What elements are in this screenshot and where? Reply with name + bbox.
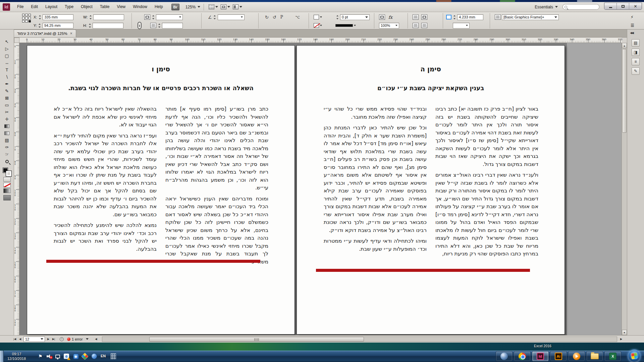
stroke-swatch-icon[interactable] [6, 171, 11, 176]
language-indicator[interactable]: EN [101, 354, 106, 358]
corner-shape-dropdown[interactable] [453, 23, 470, 28]
y-field[interactable]: 94.25 mm [43, 23, 73, 28]
scale-y-stepper[interactable] [157, 23, 161, 28]
ruler-origin-corner[interactable] [14, 38, 19, 43]
rotation-stepper[interactable] [213, 14, 217, 20]
stroke-type-dropdown[interactable] [335, 24, 353, 27]
fill-swatch-arrow[interactable] [320, 25, 322, 26]
taskbar-explorer-button[interactable] [586, 351, 603, 361]
bridge-button[interactable]: Br [171, 4, 179, 10]
y-stepper[interactable] [38, 23, 42, 28]
screen-mode-button[interactable] [219, 4, 231, 10]
rotation-field[interactable] [218, 14, 245, 20]
w-field[interactable] [93, 14, 124, 20]
apply-gradient-button[interactable] [3, 188, 11, 193]
text-wrap-bounding-icon[interactable] [421, 14, 427, 20]
quick-apply-icon[interactable]: ⚡ [631, 15, 633, 19]
action-center-flag-icon[interactable]: ⚑ [37, 353, 44, 360]
sync-warning-icon[interactable]: e [63, 353, 70, 360]
menu-item-window[interactable]: Window [129, 2, 151, 12]
gap-tool-icon[interactable]: ↔ [3, 59, 11, 66]
menu-item-object[interactable]: Object [77, 2, 96, 12]
formatting-affects-container-button[interactable] [3, 177, 11, 182]
direct-selection-tool-icon[interactable]: ▷ [3, 45, 11, 52]
x-field[interactable]: 335 mm [43, 14, 73, 20]
antivirus-icon[interactable] [82, 353, 88, 360]
taskbar-indesign-button[interactable]: Id [532, 351, 549, 361]
corner-radius-field[interactable]: 4.233 mm [457, 14, 483, 20]
fill-stroke-widget[interactable] [3, 168, 11, 176]
page-left[interactable]: סימן ו השאלה או השכרת רכבים פרטיים או של… [27, 45, 295, 335]
document-tab[interactable]: אדברה 3 עימוד*.indd @ 125% × [13, 29, 76, 37]
globe-icon[interactable] [91, 353, 98, 360]
opacity-field[interactable]: 100% [379, 23, 399, 28]
fill-swatch-none[interactable] [314, 23, 319, 28]
layers-panel-icon[interactable]: ◨ [632, 49, 640, 56]
menu-item-view[interactable]: View [113, 2, 129, 12]
taskbar-excel-button[interactable]: X [604, 351, 621, 361]
hand-tool-icon[interactable]: ☞ [3, 151, 11, 158]
horizontal-ruler[interactable]: 0102030405060708090100110120130140150160… [19, 38, 622, 43]
horizontal-scroll-thumb[interactable] [149, 337, 364, 342]
text-wrap-none-icon[interactable] [413, 14, 419, 20]
show-desktop-button[interactable] [0, 351, 4, 362]
maximize-button[interactable] [617, 3, 629, 9]
taskbar-chrome-button[interactable] [514, 351, 531, 361]
pencil-tool-icon[interactable]: ✎ [3, 87, 11, 95]
stroke-weight-field[interactable]: 0 pt [340, 14, 370, 20]
tray-overflow-icon[interactable] [111, 353, 116, 359]
workspace-switcher[interactable]: Essentials [535, 5, 558, 9]
dock-collapse-icon[interactable]: ◀◀ [627, 29, 644, 37]
menu-item-table[interactable]: Table [96, 2, 113, 12]
desktop-shortcut-label[interactable]: Excel 2016 [534, 344, 551, 348]
note-tool-icon[interactable]: ▤ [3, 137, 11, 144]
text-wrap-jump-icon[interactable] [421, 23, 427, 28]
screen-mode-toggle[interactable] [3, 195, 11, 200]
vertical-scrollbar[interactable]: ▲ ▼ [622, 43, 627, 335]
horizontal-scrollbar[interactable] [102, 337, 617, 342]
minimize-button[interactable] [604, 3, 617, 9]
object-style-dropdown[interactable]: [Basic Graphics Frame]+ [502, 14, 559, 20]
corner-options-icon[interactable] [446, 15, 451, 19]
constrain-proportions-icon[interactable] [138, 22, 142, 29]
corner-radius-stepper[interactable] [452, 14, 456, 20]
taskbar-clock[interactable]: 09:17 12/10/2018 [7, 352, 26, 361]
panel-menu-icon[interactable]: ☰ [631, 23, 634, 28]
stroke-panel-icon[interactable]: ≡ [632, 58, 640, 65]
scissors-tool-icon[interactable]: ✂ [3, 109, 11, 116]
close-button[interactable]: ✕ [629, 3, 642, 9]
preflight-menu-arrow[interactable] [86, 338, 89, 340]
pages-panel-icon[interactable]: ▤ [632, 39, 640, 47]
zoom-tool-icon[interactable] [3, 158, 11, 165]
scale-x-stepper[interactable] [151, 14, 155, 20]
last-page-button[interactable]: ▶| [51, 337, 56, 342]
w-stepper[interactable] [89, 14, 92, 20]
scroll-left-button[interactable]: ◀ [93, 337, 99, 342]
next-page-button[interactable]: ▶ [46, 337, 51, 342]
h-stepper[interactable] [88, 23, 92, 28]
free-transform-tool-icon[interactable]: ✛ [3, 116, 11, 123]
scroll-down-button[interactable]: ▼ [622, 330, 627, 335]
settings-blue-icon[interactable]: ◉ [72, 353, 79, 360]
swatches-panel-icon[interactable]: ✎ [632, 67, 640, 75]
type-tool-icon[interactable]: T [3, 66, 11, 73]
menu-item-help[interactable]: Help [151, 2, 167, 12]
volume-muted-icon[interactable]: ✕ [46, 353, 52, 360]
page-right[interactable]: סימן ה בענין השקאת יציקה בשבת ע״י עכו״ם … [297, 45, 565, 335]
stroke-swatch[interactable] [314, 15, 319, 19]
gradient-feather-tool-icon[interactable] [3, 130, 11, 137]
stroke-swatch-arrow[interactable] [320, 16, 322, 18]
rotate-cw-icon[interactable]: ↻ [265, 15, 269, 20]
stroke-weight-stepper[interactable] [335, 14, 339, 20]
taskbar-world-browser-button[interactable] [496, 351, 513, 361]
eyedropper-tool-icon[interactable]: ✑ [3, 144, 11, 151]
zoom-level-dropdown[interactable]: 125% [185, 5, 201, 9]
menu-item-type[interactable]: Type [61, 2, 77, 12]
flip-horizontal-icon[interactable]: P [280, 15, 283, 19]
effects-icon[interactable] [379, 14, 385, 20]
gradient-tool-icon[interactable] [3, 123, 11, 130]
start-button[interactable] [628, 350, 641, 362]
arrange-documents-button[interactable] [231, 4, 244, 10]
x-stepper[interactable] [38, 14, 42, 20]
rotate-ccw-icon[interactable]: ↺ [273, 15, 276, 20]
